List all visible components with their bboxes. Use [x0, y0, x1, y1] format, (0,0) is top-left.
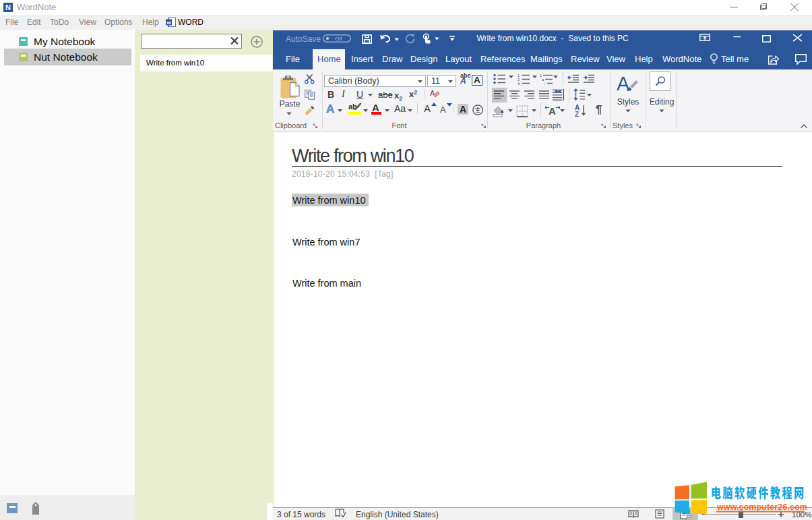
- svg-text:w: w: [166, 20, 171, 26]
- svg-text:A: A: [549, 105, 556, 117]
- svg-text:i: i: [544, 82, 544, 86]
- svg-text:Z: Z: [575, 111, 579, 117]
- svg-text:3: 3: [518, 82, 520, 86]
- svg-text:A: A: [617, 73, 630, 94]
